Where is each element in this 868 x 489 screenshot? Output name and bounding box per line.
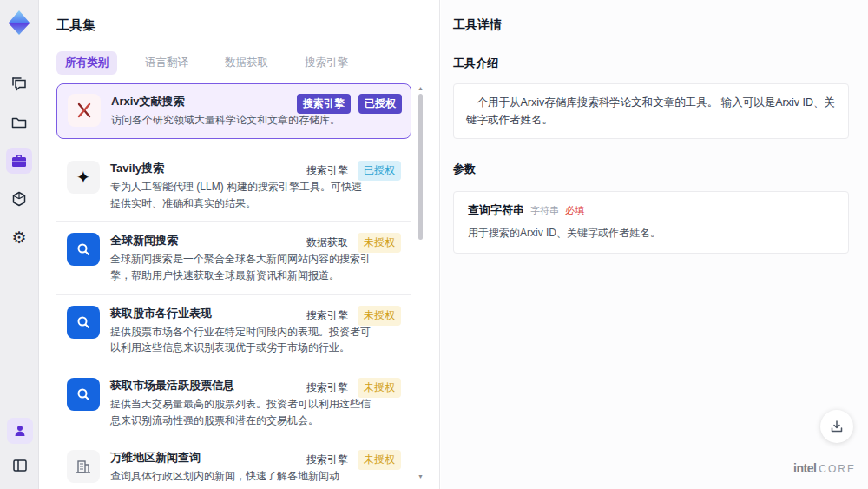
sidebar-item-settings[interactable]: ⚙ [6, 224, 32, 250]
cube-icon [10, 190, 28, 208]
news-search-icon [67, 233, 100, 266]
scrollbar-thumb[interactable] [418, 94, 423, 240]
tab-all-categories[interactable]: 所有类别 [56, 51, 117, 75]
auth-badge: 已授权 [358, 161, 401, 181]
sidebar-item-files[interactable] [6, 109, 32, 135]
param-card: 查询字符串 字符串 必填 用于搜索的Arxiv ID、关键字或作者姓名。 [453, 191, 849, 254]
auth-badge: 已授权 [358, 94, 402, 114]
param-type: 字符串 [530, 204, 559, 217]
param-required-badge: 必填 [565, 204, 584, 217]
tool-description: 访问各个研究领域大量科学论文和文章的存储库。 [111, 112, 372, 129]
category-badge: 搜索引擎 [305, 450, 350, 470]
sidebar-item-panel-toggle[interactable] [7, 453, 33, 479]
building-icon [67, 450, 100, 483]
tool-description: 提供当天交易量最高的股票列表。投资者可以利用这些信息来识别流动性强的股票和潜在的… [110, 396, 371, 428]
folder-icon [10, 114, 28, 131]
page-title: 工具集 [56, 17, 424, 34]
sidebar-item-chat[interactable] [6, 71, 32, 97]
tool-description: 查询具体行政区划内的新闻，快速了解各地新闻动 [110, 468, 371, 485]
star-icon: ✦ [67, 161, 100, 194]
panel-icon [11, 457, 29, 474]
stock-search-icon [67, 306, 100, 339]
app-sidebar: ⚙ [0, 0, 39, 489]
intro-heading: 工具介绍 [453, 56, 849, 71]
tab-data-fetch[interactable]: 数据获取 [216, 51, 277, 75]
sidebar-item-tools[interactable] [6, 148, 32, 174]
stock-search-icon [67, 378, 100, 411]
tool-row-arxiv[interactable]: Arxiv文献搜索 访问各个研究领域大量科学论文和文章的存储库。 搜索引擎 已授… [56, 83, 411, 139]
auth-badge: 未授权 [358, 450, 401, 470]
gear-icon: ⚙ [11, 229, 26, 246]
sidebar-item-packages[interactable] [6, 186, 32, 212]
params-heading: 参数 [453, 162, 849, 177]
category-badge: 搜索引擎 [305, 378, 350, 398]
tools-panel: 工具集 所有类别 语言翻译 数据获取 搜索引擎 Arxiv文献搜索 访问各个研究… [39, 0, 440, 489]
intel-core-logo: intel CORE [793, 461, 856, 475]
core-logo-text: CORE [819, 463, 856, 475]
sidebar-item-account[interactable] [7, 418, 33, 444]
toolbox-icon [10, 152, 28, 169]
download-icon [829, 419, 845, 434]
arxiv-icon [68, 94, 101, 127]
tool-description: 全球新闻搜索是一个聚合全球各大新闻网站内容的搜索引擎，帮助用户快速获取全球最新资… [110, 251, 371, 283]
user-icon [12, 423, 28, 439]
download-button[interactable] [820, 410, 853, 443]
scroll-down-icon[interactable]: ▼ [418, 473, 424, 479]
scroll-up-icon[interactable]: ▲ [418, 85, 424, 91]
param-description: 用于搜索的Arxiv ID、关键字或作者姓名。 [468, 225, 834, 241]
tool-row-stock-sectors[interactable]: 获取股市各行业表现 提供股票市场各个行业在特定时间段内的表现。投资者可以利用这些… [56, 295, 411, 367]
detail-title: 工具详情 [453, 17, 849, 33]
auth-badge: 未授权 [358, 233, 401, 253]
tool-row-active-stocks[interactable]: 获取市场最活跃股票信息 提供当天交易量最高的股票列表。投资者可以利用这些信息来识… [56, 367, 411, 439]
auth-badge: 未授权 [358, 378, 401, 398]
category-badge: 数据获取 [305, 233, 350, 253]
intel-logo-text: intel [793, 461, 816, 475]
tool-detail-panel: 工具详情 工具介绍 一个用于从Arxiv存储库搜索科学论文和文章的工具。 输入可… [441, 0, 868, 489]
category-tabs: 所有类别 语言翻译 数据获取 搜索引擎 [56, 51, 424, 75]
auth-badge: 未授权 [358, 306, 401, 326]
tool-row-tavily[interactable]: ✦ Tavily搜索 专为人工智能代理 (LLM) 构建的搜索引擎工具。可快速提… [56, 150, 411, 222]
intro-card: 一个用于从Arxiv存储库搜索科学论文和文章的工具。 输入可以是Arxiv ID… [453, 83, 849, 139]
tool-description: 提供股票市场各个行业在特定时间段内的表现。投资者可以利用这些信息来识别表现优于或… [110, 324, 371, 356]
tab-language-translation[interactable]: 语言翻译 [136, 51, 197, 75]
tool-description: 专为人工智能代理 (LLM) 构建的搜索引擎工具。可快速提供实时、准确和真实的结… [110, 179, 371, 211]
tool-row-regional-news[interactable]: 万维地区新闻查询 查询具体行政区划内的新闻，快速了解各地新闻动 搜索引擎 未授权 [56, 439, 411, 485]
param-name: 查询字符串 [468, 202, 524, 218]
list-scrollbar[interactable]: ▲ ▼ [418, 83, 424, 481]
app-logo-icon [6, 9, 32, 36]
category-badge: 搜索引擎 [297, 94, 351, 114]
tool-row-global-news[interactable]: 全球新闻搜索 全球新闻搜索是一个聚合全球各大新闻网站内容的搜索引擎，帮助用户快速… [56, 222, 411, 294]
chat-icon [10, 76, 28, 93]
category-badge: 搜索引擎 [305, 161, 350, 181]
tab-search-engine[interactable]: 搜索引擎 [296, 51, 357, 75]
category-badge: 搜索引擎 [305, 306, 350, 326]
tool-list: Arxiv文献搜索 访问各个研究领域大量科学论文和文章的存储库。 搜索引擎 已授… [56, 83, 424, 485]
